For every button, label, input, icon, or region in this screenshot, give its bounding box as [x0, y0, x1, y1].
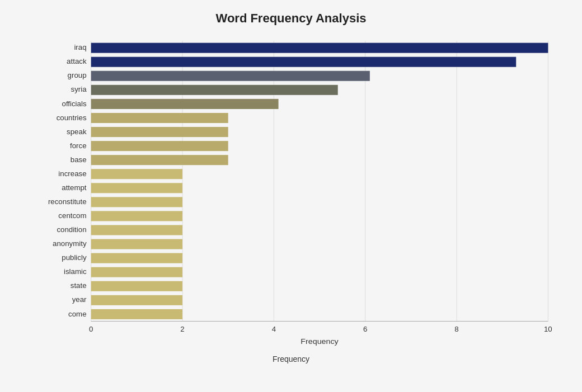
svg-text:publicly: publicly [62, 254, 87, 262]
svg-rect-14 [91, 57, 517, 67]
svg-rect-38 [91, 225, 182, 235]
svg-text:officials: officials [62, 100, 87, 107]
svg-text:iraq: iraq [74, 44, 86, 51]
svg-text:group: group [68, 72, 87, 79]
svg-rect-44 [91, 267, 182, 277]
svg-rect-48 [91, 295, 182, 305]
svg-text:6: 6 [363, 325, 367, 333]
svg-text:come: come [68, 310, 86, 318]
svg-text:attack: attack [67, 58, 87, 65]
svg-text:anonymity: anonymity [53, 240, 87, 248]
x-axis-label: Frequency [17, 355, 565, 363]
svg-rect-16 [91, 71, 370, 81]
svg-text:increase: increase [58, 171, 86, 178]
chart-title: Word Frequency Analysis [17, 11, 565, 26]
svg-text:speak: speak [67, 128, 87, 135]
svg-text:attempt: attempt [62, 185, 87, 192]
svg-rect-40 [91, 239, 182, 249]
svg-text:condition: condition [57, 226, 86, 234]
svg-text:reconstitute: reconstitute [48, 199, 87, 206]
svg-text:10: 10 [544, 325, 552, 333]
svg-rect-50 [91, 309, 182, 319]
svg-rect-36 [91, 211, 182, 221]
svg-text:centcom: centcom [58, 212, 86, 220]
chart-container: Word Frequency Analysis 0246810iraqattac… [0, 0, 582, 392]
svg-text:2: 2 [180, 325, 184, 333]
svg-text:0: 0 [89, 325, 93, 333]
svg-text:force: force [70, 142, 87, 149]
svg-text:4: 4 [272, 325, 276, 333]
svg-rect-18 [91, 85, 338, 95]
svg-rect-26 [91, 141, 228, 151]
svg-rect-20 [91, 99, 279, 109]
svg-rect-12 [91, 43, 548, 53]
svg-rect-42 [91, 253, 182, 263]
svg-text:base: base [71, 156, 87, 163]
svg-rect-34 [91, 197, 182, 207]
svg-rect-22 [91, 113, 228, 123]
svg-text:Frequency: Frequency [301, 338, 339, 346]
svg-text:syria: syria [71, 86, 87, 93]
svg-rect-28 [91, 155, 228, 165]
svg-text:state: state [71, 282, 87, 290]
svg-text:islamic: islamic [64, 268, 87, 276]
svg-rect-30 [91, 169, 182, 179]
svg-rect-32 [91, 183, 182, 193]
svg-text:year: year [72, 296, 87, 304]
svg-rect-24 [91, 127, 228, 137]
svg-rect-46 [91, 281, 182, 291]
svg-text:countries: countries [57, 114, 87, 121]
svg-text:8: 8 [454, 325, 458, 333]
